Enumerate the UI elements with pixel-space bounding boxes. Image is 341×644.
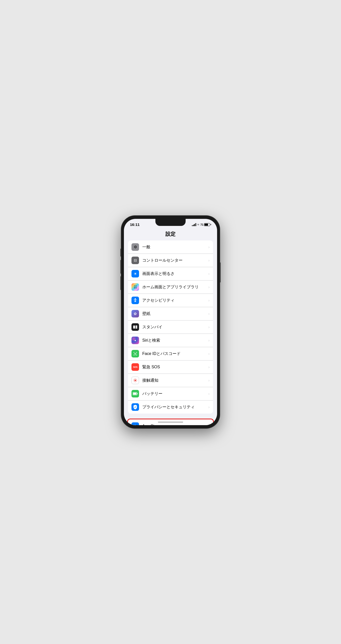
settings-item-sos[interactable]: SOS 緊急 SOS ›: [128, 360, 213, 374]
faceid-icon: [131, 350, 139, 357]
volume-down-button: [120, 276, 121, 290]
mute-button: [120, 249, 121, 257]
siri-chevron: ›: [208, 338, 210, 342]
signal-icon: [192, 223, 196, 226]
svg-point-5: [136, 353, 136, 354]
privacy-icon: [131, 403, 139, 411]
settings-item-home-screen[interactable]: ☷ ホーム画面とアプリライブラリ ›: [128, 280, 213, 294]
home-bar: [158, 422, 183, 423]
control-center-label: コントロールセンター: [142, 258, 208, 263]
settings-item-control-center[interactable]: ⊟ コントロールセンター ›: [128, 254, 213, 267]
standby-chevron: ›: [208, 325, 210, 329]
battery-label: バッテリー: [142, 391, 208, 396]
faceid-label: Face IDとパスコード: [142, 351, 208, 356]
siri-label: Siriと検索: [142, 338, 208, 343]
settings-item-display[interactable]: ☀ 画面表示と明るさ ›: [128, 267, 213, 280]
standby-label: スタンバイ: [142, 325, 208, 330]
general-chevron: ›: [208, 245, 210, 249]
wallpaper-label: 壁紙: [142, 311, 208, 316]
display-chevron: ›: [208, 272, 210, 276]
svg-rect-3: [135, 327, 137, 329]
wifi-icon: ≈: [197, 223, 199, 226]
general-label: 一般: [142, 245, 208, 250]
svg-rect-9: [133, 393, 137, 395]
display-label: 画面表示と明るさ: [142, 271, 208, 276]
faceid-chevron: ›: [208, 352, 210, 356]
battery-settings-icon: [131, 390, 139, 397]
settings-item-accessibility[interactable]: アクセシビリティ ›: [128, 294, 213, 307]
siri-icon: ●: [131, 337, 139, 344]
svg-rect-1: [133, 326, 135, 329]
wallpaper-chevron: ›: [208, 312, 210, 316]
sos-chevron: ›: [208, 365, 210, 369]
volume-up-button: [120, 260, 121, 274]
app-store-label: App Store: [142, 424, 208, 425]
settings-item-general[interactable]: ⚙ 一般 ›: [128, 240, 213, 254]
status-time: 16:11: [130, 222, 140, 227]
settings-item-faceid[interactable]: Face IDとパスコード ›: [128, 347, 213, 360]
privacy-label: プライバシーとセキュリティ: [142, 405, 208, 410]
svg-rect-2: [135, 326, 137, 327]
settings-item-exposure[interactable]: 接触通知 ›: [128, 374, 213, 387]
power-button: [220, 262, 221, 283]
app-store-icon: [131, 422, 139, 425]
privacy-chevron: ›: [208, 405, 210, 409]
home-screen-label: ホーム画面とアプリライブラリ: [142, 285, 208, 290]
phone-device: 16:11 ≈ 71 設定: [121, 216, 220, 428]
settings-item-privacy[interactable]: プライバシーとセキュリティ ›: [128, 400, 213, 414]
screen-content: 設定 ⚙ 一般 › ⊟ コントロールセンター ›: [124, 229, 217, 425]
svg-point-0: [135, 298, 136, 300]
status-bar: 16:11 ≈ 71: [124, 219, 217, 229]
control-center-chevron: ›: [208, 258, 210, 262]
sos-icon: SOS: [131, 363, 139, 371]
battery-percent: 71: [200, 223, 203, 226]
phone-screen: 16:11 ≈ 71 設定: [124, 219, 217, 425]
battery-icon: 71: [200, 223, 211, 226]
page-title: 設定: [124, 229, 217, 240]
sos-label: 緊急 SOS: [142, 365, 208, 370]
standby-icon: [131, 323, 139, 331]
home-screen-icon: ☷: [131, 283, 139, 291]
accessibility-label: アクセシビリティ: [142, 298, 208, 303]
settings-item-siri[interactable]: ● Siriと検索 ›: [128, 334, 213, 347]
exposure-label: 接触通知: [142, 378, 208, 383]
home-screen-chevron: ›: [208, 285, 210, 289]
exposure-icon: [131, 377, 139, 384]
settings-group-main: ⚙ 一般 › ⊟ コントロールセンター › ☀: [128, 240, 213, 414]
exposure-chevron: ›: [208, 378, 210, 382]
settings-item-wallpaper[interactable]: ✿ 壁紙 ›: [128, 307, 213, 320]
general-icon: ⚙: [131, 243, 139, 251]
svg-rect-10: [137, 393, 138, 394]
accessibility-icon: [131, 297, 139, 304]
wallpaper-icon: ✿: [131, 310, 139, 317]
svg-point-4: [134, 353, 135, 354]
svg-point-6: [134, 380, 136, 381]
accessibility-chevron: ›: [208, 298, 210, 302]
display-icon: ☀: [131, 270, 139, 277]
settings-item-standby[interactable]: スタンバイ ›: [128, 320, 213, 334]
app-store-chevron: ›: [208, 424, 210, 425]
status-icons: ≈ 71: [192, 223, 211, 226]
control-center-icon: ⊟: [131, 257, 139, 264]
settings-item-battery[interactable]: バッテリー ›: [128, 387, 213, 400]
battery-chevron: ›: [208, 392, 210, 396]
